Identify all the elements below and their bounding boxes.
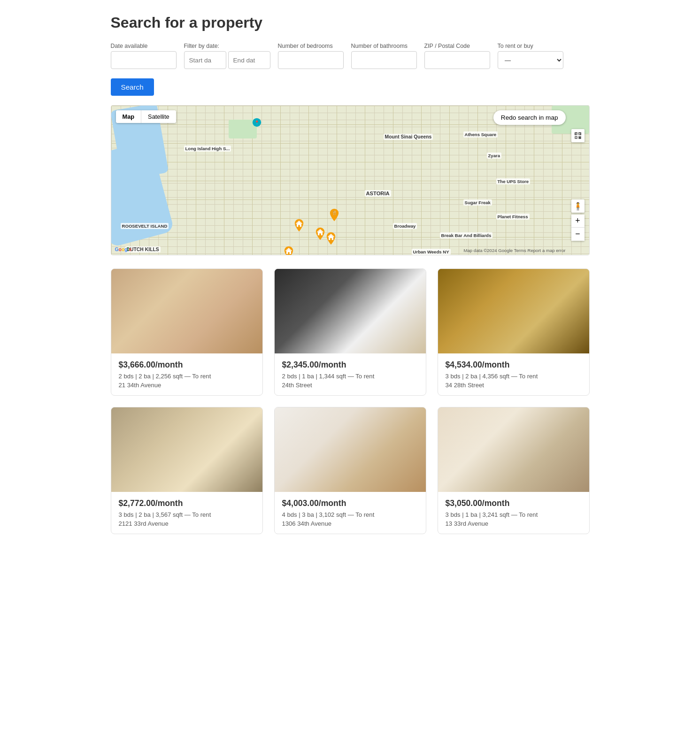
- map-label-planetfitness: Planet Fitness: [496, 214, 530, 220]
- map-zoom-controls: + −: [571, 215, 585, 241]
- listing-info-4: $2,772.00/month 3 bds | 2 ba | 3,567 sqf…: [111, 492, 262, 534]
- map-label-zyara: Zyara: [487, 153, 502, 159]
- map-label-broadway: Broadway: [393, 223, 417, 229]
- listing-image-1: [111, 269, 262, 353]
- listing-info-6: $3,050.00/month 3 bds | 1 ba | 3,241 sqf…: [438, 492, 589, 534]
- map-background[interactable]: Long Island High S... Mount Sinai Queens…: [111, 106, 589, 255]
- map-label-breakbar: Break Bar And Billiards: [440, 232, 493, 238]
- listing-details-6: 3 bds | 1 ba | 3,241 sqft — To rent: [446, 511, 582, 518]
- date-available-label: Date available: [111, 43, 177, 49]
- map-label-athens: Athens Square: [463, 131, 498, 138]
- filters-bar: Date available Filter by date: Number of…: [111, 43, 590, 69]
- map-label-ups: The UPS Store: [496, 178, 531, 184]
- map-label-urbanweeds: Urban Weeds NY: [412, 249, 451, 255]
- listing-price-3: $4,534.00/month: [446, 360, 582, 370]
- map-container: Long Island High S... Mount Sinai Queens…: [111, 105, 590, 255]
- zip-group: ZIP / Postal Code: [424, 43, 490, 69]
- bedrooms-input[interactable]: [278, 51, 344, 69]
- bathrooms-group: Number of bathrooms: [351, 43, 417, 69]
- bathrooms-input[interactable]: [351, 51, 417, 69]
- listing-card-2[interactable]: $2,345.00/month 2 bds | 1 ba | 1,344 sqf…: [274, 268, 426, 396]
- listing-info-1: $3,666.00/month 2 bds | 2 ba | 2,256 sqf…: [111, 353, 262, 395]
- listing-details-5: 4 bds | 3 ba | 3,102 sqft — To rent: [282, 511, 418, 518]
- date-available-group: Date available: [111, 43, 177, 69]
- listing-image-2: [275, 269, 426, 353]
- start-date-input[interactable]: [184, 51, 226, 69]
- rent-buy-select[interactable]: — To rent To buy: [498, 51, 563, 69]
- google-logo: Google: [115, 247, 132, 252]
- map-label-longisland: Long Island High S...: [184, 146, 231, 152]
- end-date-input[interactable]: [228, 51, 270, 69]
- listing-info-3: $4,534.00/month 3 bds | 2 ba | 4,356 sqf…: [438, 353, 589, 395]
- map-label-sugarfreak: Sugar Freak: [463, 199, 492, 206]
- zip-input[interactable]: [424, 51, 490, 69]
- tab-map[interactable]: Map: [116, 110, 142, 123]
- svg-text:📍: 📍: [254, 120, 260, 125]
- svg-text:🍴: 🍴: [332, 210, 337, 215]
- bedrooms-label: Number of bedrooms: [278, 43, 344, 49]
- map-label-mountsinai: Mount Sinai Queens: [384, 134, 433, 140]
- filter-by-date-label: Filter by date:: [184, 43, 270, 49]
- listing-price-2: $2,345.00/month: [282, 360, 418, 370]
- listing-address-1: 21 34th Avenue: [119, 382, 255, 389]
- redo-search-button[interactable]: Redo search in map: [493, 110, 566, 125]
- svg-rect-7: [575, 137, 577, 138]
- listing-card-1[interactable]: $3,666.00/month 2 bds | 2 ba | 2,256 sqf…: [111, 268, 263, 396]
- listing-details-4: 3 bds | 2 ba | 3,567 sqft — To rent: [119, 511, 255, 518]
- listing-image-3: [438, 269, 589, 353]
- listing-price-4: $2,772.00/month: [119, 498, 255, 508]
- fullscreen-button[interactable]: [571, 129, 585, 142]
- listings-grid: $3,666.00/month 2 bds | 2 ba | 2,256 sqf…: [111, 268, 590, 534]
- map-pin-1[interactable]: [292, 218, 306, 232]
- listing-address-3: 34 28th Street: [446, 382, 582, 389]
- listing-image-4: [111, 407, 262, 492]
- listing-card-5[interactable]: $4,003.00/month 4 bds | 3 ba | 3,102 sqf…: [274, 407, 426, 534]
- bathrooms-label: Number of bathrooms: [351, 43, 417, 49]
- page-title: Search for a property: [111, 14, 590, 31]
- listing-address-2: 24th Street: [282, 382, 418, 389]
- map-pin-4[interactable]: [282, 245, 296, 255]
- listing-image-5: [275, 407, 426, 492]
- svg-rect-6: [579, 133, 581, 135]
- listing-address-4: 2121 33rd Avenue: [119, 520, 255, 527]
- tab-satellite[interactable]: Satellite: [141, 110, 176, 123]
- listing-card-3[interactable]: $4,534.00/month 3 bds | 2 ba | 4,356 sqf…: [438, 268, 590, 396]
- map-pin-noguchi[interactable]: 📍: [250, 117, 264, 131]
- map-attribution: Map data ©2024 Google Terms Report a map…: [464, 248, 566, 253]
- map-label-astoria: ASTORIA: [365, 190, 391, 197]
- bedrooms-group: Number of bedrooms: [278, 43, 344, 69]
- filter-by-date-group: Filter by date:: [184, 43, 270, 69]
- listing-card-6[interactable]: $3,050.00/month 3 bds | 1 ba | 3,241 sqf…: [438, 407, 590, 534]
- listing-address-5: 1306 34th Avenue: [282, 520, 418, 527]
- listing-image-6: [438, 407, 589, 492]
- listing-details-2: 2 bds | 1 ba | 1,344 sqft — To rent: [282, 373, 418, 380]
- listing-info-2: $2,345.00/month 2 bds | 1 ba | 1,344 sqf…: [275, 353, 426, 395]
- listing-price-1: $3,666.00/month: [119, 360, 255, 370]
- search-button[interactable]: Search: [111, 78, 154, 96]
- zoom-in-button[interactable]: +: [571, 215, 585, 228]
- street-view-button[interactable]: 🧍: [571, 199, 585, 213]
- listing-details-3: 3 bds | 2 ba | 4,356 sqft — To rent: [446, 373, 582, 380]
- rent-buy-group: To rent or buy — To rent To buy: [498, 43, 563, 69]
- svg-rect-5: [575, 133, 577, 135]
- listing-address-6: 13 33rd Avenue: [446, 520, 582, 527]
- map-tabs: Map Satellite: [116, 110, 176, 123]
- listing-card-4[interactable]: $2,772.00/month 3 bds | 2 ba | 3,567 sqf…: [111, 407, 263, 534]
- listing-details-1: 2 bds | 2 ba | 2,256 sqft — To rent: [119, 373, 255, 380]
- listing-price-6: $3,050.00/month: [446, 498, 582, 508]
- date-available-input[interactable]: [111, 51, 177, 69]
- zip-label: ZIP / Postal Code: [424, 43, 490, 49]
- listing-info-5: $4,003.00/month 4 bds | 3 ba | 3,102 sqf…: [275, 492, 426, 534]
- listing-price-5: $4,003.00/month: [282, 498, 418, 508]
- map-pin-food-1[interactable]: 🍴: [327, 208, 341, 222]
- rent-buy-label: To rent or buy: [498, 43, 563, 49]
- zoom-out-button[interactable]: −: [571, 228, 585, 241]
- map-pin-3[interactable]: [324, 231, 338, 245]
